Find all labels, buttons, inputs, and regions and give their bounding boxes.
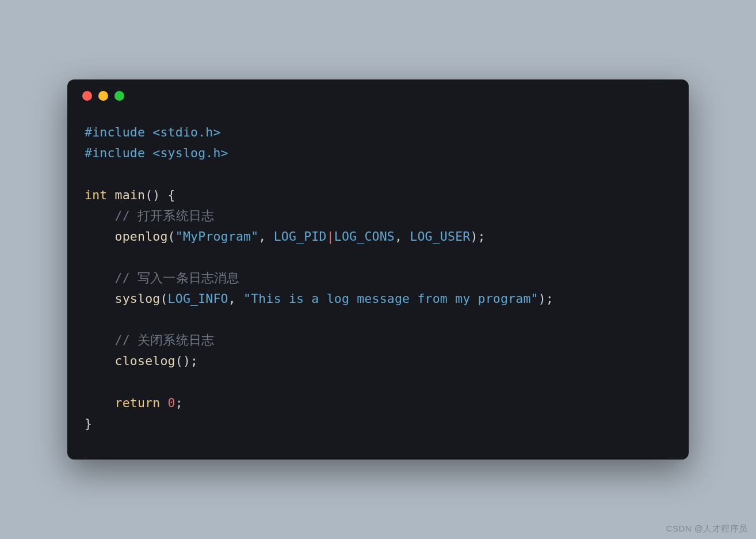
comma: ,	[258, 229, 273, 244]
semicolon: ;	[175, 396, 183, 410]
include-path: <syslog.h>	[152, 146, 228, 160]
include-path: <stdio.h>	[152, 125, 220, 139]
number-literal: 0	[168, 396, 175, 410]
function-call: syslog	[115, 291, 161, 306]
brace: }	[85, 416, 92, 431]
type-keyword: int	[85, 188, 107, 202]
comment: // 关闭系统日志	[115, 333, 215, 347]
comma: ,	[228, 291, 243, 306]
code-block: #include <stdio.h> #include <syslog.h> i…	[67, 112, 689, 460]
string-literal: "MyProgram"	[175, 229, 259, 244]
window-titlebar	[67, 79, 689, 112]
maximize-icon[interactable]	[114, 91, 124, 101]
paren-close: );	[183, 354, 198, 368]
constant: LOG_INFO	[168, 291, 228, 306]
comma: ,	[395, 229, 410, 244]
paren-close: );	[470, 229, 485, 244]
constant: LOG_USER	[410, 229, 470, 244]
paren: (	[175, 354, 183, 368]
brace: {	[160, 188, 175, 202]
constant: LOG_CONS	[334, 229, 395, 244]
paren: (	[168, 229, 175, 244]
function-name: main	[115, 188, 146, 202]
minimize-icon[interactable]	[98, 91, 108, 101]
function-call: closelog	[115, 354, 175, 368]
keyword: return	[115, 396, 161, 410]
parens: ()	[145, 188, 160, 202]
space	[160, 396, 167, 410]
paren: (	[160, 291, 167, 306]
comment: // 打开系统日志	[115, 208, 215, 223]
constant: LOG_PID	[274, 229, 327, 244]
preproc-directive: #include	[85, 125, 145, 139]
function-call: openlog	[115, 229, 168, 244]
close-icon[interactable]	[82, 91, 92, 101]
preproc-directive: #include	[85, 146, 145, 160]
operator: |	[327, 229, 334, 244]
comment: // 写入一条日志消息	[115, 271, 240, 285]
watermark: CSDN @人才程序员	[666, 523, 748, 534]
code-window: #include <stdio.h> #include <syslog.h> i…	[67, 79, 689, 460]
string-literal: "This is a log message from my program"	[243, 291, 539, 306]
paren-close: );	[539, 291, 553, 306]
